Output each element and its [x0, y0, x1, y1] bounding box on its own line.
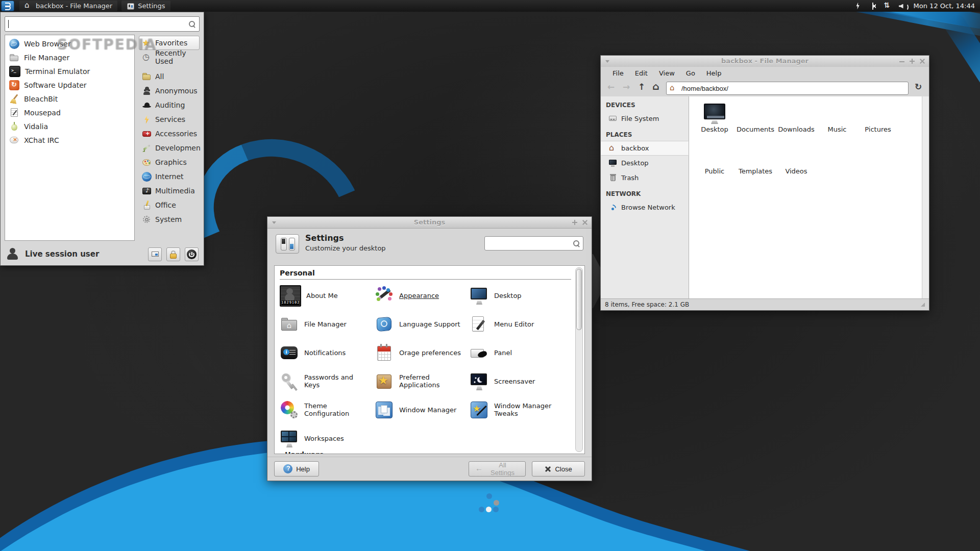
bluetooth-icon[interactable]: [869, 2, 877, 10]
refresh-button[interactable]: [913, 82, 925, 94]
menu-category-item[interactable]: Services: [139, 112, 200, 127]
sidebar-item[interactable]: backbox: [601, 141, 689, 156]
settings-item-label: File Manager: [304, 321, 347, 329]
menu-search-box[interactable]: [5, 16, 200, 32]
settings-item[interactable]: File Manager: [280, 315, 375, 334]
menu-app-item[interactable]: Web Browser: [5, 37, 134, 51]
battery-icon[interactable]: [854, 2, 862, 10]
menu-footer-button[interactable]: [185, 247, 199, 261]
settings-item[interactable]: Theme Configuration: [280, 400, 375, 420]
folder-item[interactable]: Music: [817, 103, 857, 144]
menu-category-item[interactable]: Favorites: [139, 36, 200, 50]
path-input[interactable]: [680, 84, 905, 93]
sidebar-item[interactable]: Browse Network: [601, 200, 689, 215]
close-settings-button[interactable]: Close: [532, 461, 585, 477]
menu-category-item[interactable]: Anonymous: [139, 84, 200, 98]
settings-item[interactable]: Language Support: [375, 315, 470, 334]
settings-item[interactable]: Preferred Applications: [375, 372, 470, 391]
folder-item[interactable]: Pictures: [857, 103, 898, 144]
backbox-menu-button[interactable]: [1, 1, 14, 11]
taskbar-window-button[interactable]: backbox - File Manager: [19, 1, 117, 11]
menu-category-item[interactable]: Auditing: [139, 98, 200, 112]
settings-item[interactable]: Window Manager Tweaks: [470, 400, 571, 420]
sidebar-item[interactable]: File System: [601, 111, 689, 126]
folder-pic-icon: [864, 103, 892, 125]
menu-footer-button[interactable]: [166, 247, 180, 261]
all-settings-button[interactable]: All Settings: [469, 461, 526, 477]
settings-item[interactable]: Screensaver: [470, 372, 571, 391]
folder-music-icon: [823, 103, 851, 125]
settings-item[interactable]: Workspaces: [280, 429, 375, 448]
settings-item[interactable]: Appearance: [375, 286, 470, 306]
settings-item-label: Desktop: [494, 292, 522, 300]
scrollbar-thumb[interactable]: [576, 269, 582, 330]
settings-item[interactable]: Passwords and Keys: [280, 372, 375, 391]
close-button[interactable]: [581, 219, 589, 226]
network-icon[interactable]: [884, 2, 892, 10]
folder-item[interactable]: Documents: [735, 103, 776, 144]
menu-category-item[interactable]: Development: [139, 141, 200, 155]
settings-item[interactable]: Panel: [470, 343, 571, 363]
folder-item[interactable]: Desktop: [694, 103, 735, 144]
menu-category-item[interactable]: System: [139, 212, 200, 227]
menubar-item[interactable]: Help: [701, 68, 727, 79]
menu-app-item[interactable]: XChat IRC: [5, 133, 134, 147]
menu-footer-button[interactable]: [148, 247, 162, 261]
menu-category-item[interactable]: Multimedia: [139, 184, 200, 198]
menu-search-input[interactable]: [11, 19, 188, 29]
task-home-icon: [24, 2, 32, 10]
menu-app-item[interactable]: Software Updater: [5, 78, 134, 92]
applications-menu: Web Browser File Manager Terminal Emulat…: [0, 12, 204, 266]
back-button[interactable]: [605, 82, 617, 94]
folder-item[interactable]: Templates: [735, 144, 776, 186]
clock[interactable]: Mon 12 Oct, 14:44: [914, 2, 975, 10]
menubar-item[interactable]: File: [607, 68, 629, 79]
volume-icon[interactable]: [898, 2, 906, 10]
maximize-button[interactable]: [571, 219, 578, 226]
settings-item-label: Orage preferences: [399, 349, 461, 357]
menu-app-item[interactable]: Vidalia: [5, 119, 134, 133]
sidebar-item-label: File System: [621, 115, 659, 122]
folder-item[interactable]: Videos: [776, 144, 817, 186]
forward-button[interactable]: [620, 82, 632, 94]
file-manager-titlebar[interactable]: backbox - File Manager: [601, 56, 929, 67]
help-button[interactable]: Help: [274, 461, 319, 477]
scrollbar[interactable]: [575, 267, 583, 452]
menu-category-item[interactable]: Internet: [139, 169, 200, 184]
menubar-item[interactable]: Go: [680, 68, 701, 79]
home-button[interactable]: [650, 82, 662, 94]
menu-editor-icon: [470, 315, 489, 334]
resize-grip[interactable]: [921, 303, 925, 307]
folder-item[interactable]: Downloads: [776, 103, 817, 144]
menu-category-item[interactable]: All: [139, 69, 200, 84]
menu-category-item[interactable]: Office: [139, 198, 200, 212]
sidebar-item[interactable]: Desktop: [601, 156, 689, 170]
menubar-item[interactable]: View: [653, 68, 680, 79]
settings-titlebar[interactable]: Settings: [267, 217, 592, 229]
menu-app-item[interactable]: Terminal Emulator: [5, 64, 134, 78]
menubar-item[interactable]: Edit: [629, 68, 653, 79]
settings-item[interactable]: Desktop: [470, 286, 571, 306]
settings-item[interactable]: Orage preferences: [375, 343, 470, 363]
up-button[interactable]: [635, 82, 648, 94]
settings-item[interactable]: 1829102 About Me: [280, 285, 375, 307]
settings-search-box[interactable]: [484, 236, 583, 251]
menu-category-item[interactable]: Recently Used: [139, 50, 200, 64]
taskbar-window-button[interactable]: Settings: [121, 1, 170, 11]
menu-app-item[interactable]: Mousepad: [5, 106, 134, 119]
scrollbar[interactable]: [922, 96, 929, 299]
menu-category-item[interactable]: Graphics: [139, 155, 200, 169]
settings-item[interactable]: Window Manager: [375, 400, 470, 420]
path-bar[interactable]: [666, 82, 909, 95]
maximize-button[interactable]: [909, 58, 916, 65]
folder-item[interactable]: Public: [694, 144, 735, 186]
menu-category-item[interactable]: Accessories: [139, 127, 200, 141]
settings-item[interactable]: Menu Editor: [470, 315, 571, 334]
menu-app-item[interactable]: BleachBit: [5, 92, 134, 106]
minimize-button[interactable]: [898, 58, 905, 65]
settings-item[interactable]: Notifications: [280, 343, 375, 363]
close-button[interactable]: [919, 58, 926, 65]
menu-app-item[interactable]: File Manager: [5, 51, 134, 64]
settings-search-input[interactable]: [487, 239, 572, 248]
sidebar-item[interactable]: Trash: [601, 170, 689, 185]
